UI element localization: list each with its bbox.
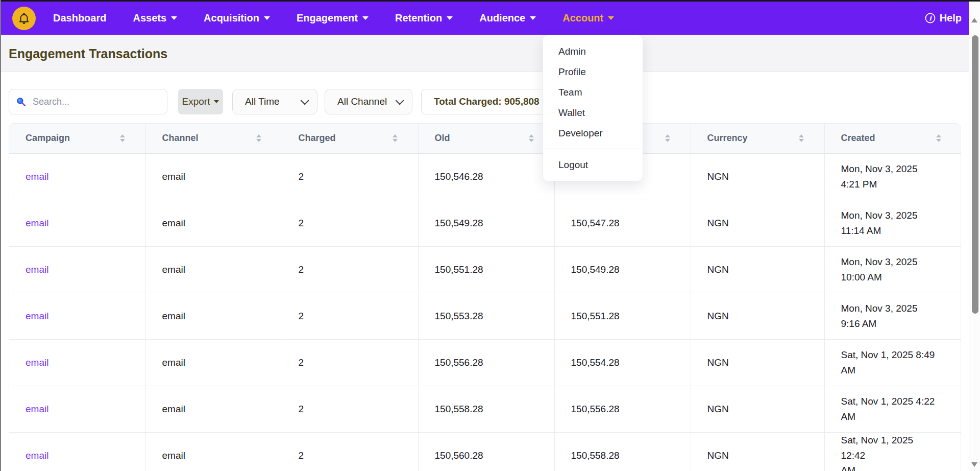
old-balance-cell: 150,549.28: [418, 200, 554, 246]
notifications-bell-button[interactable]: [12, 7, 36, 30]
nav-item-retention[interactable]: Retention: [395, 12, 453, 24]
currency-cell: NGN: [691, 432, 824, 471]
campaign-link[interactable]: email: [26, 311, 48, 321]
bell-icon: [17, 12, 31, 25]
menu-item-wallet[interactable]: Wallet: [543, 103, 643, 123]
time-filter-select[interactable]: All Time: [232, 89, 317, 114]
campaign-link[interactable]: email: [26, 171, 48, 182]
menu-item-logout[interactable]: Logout: [543, 154, 643, 176]
nav-label: Retention: [395, 12, 442, 24]
currency-cell: NGN: [691, 386, 824, 432]
column-header-charged[interactable]: Charged: [282, 124, 418, 153]
export-label: Export: [182, 96, 210, 107]
column-header-currency[interactable]: Currency: [691, 124, 824, 153]
export-button[interactable]: Export: [178, 89, 223, 114]
campaign-cell: email: [9, 386, 145, 432]
campaign-cell: email: [9, 293, 145, 339]
help-link[interactable]: i Help: [925, 12, 962, 24]
window-edge-left: [0, 0, 1, 471]
table-row: email email 2 150,558.28 150,556.28 NGN …: [9, 386, 961, 432]
sort-icon[interactable]: [665, 134, 670, 142]
channel-filter-select[interactable]: All Channel: [325, 89, 412, 114]
campaign-cell: email: [9, 432, 145, 471]
search-icon: [16, 97, 27, 107]
channel-cell: email: [145, 153, 282, 200]
chevron-down-icon: [301, 96, 309, 105]
sort-icon[interactable]: [256, 134, 261, 142]
nav-item-audience[interactable]: Audience: [479, 12, 536, 24]
campaign-link[interactable]: email: [26, 357, 48, 368]
main-nav: Dashboard Assets Acquisition Engagement …: [53, 12, 614, 24]
column-header-channel[interactable]: Channel: [145, 124, 282, 153]
campaign-link[interactable]: email: [26, 218, 48, 228]
created-cell: Mon, Nov 3, 2025 4:21 PM: [824, 153, 961, 200]
table-row: email email 2 150,546.28 150,544.28 NGN …: [9, 153, 961, 200]
menu-item-developer[interactable]: Developer: [543, 123, 643, 144]
sort-icon[interactable]: [120, 134, 125, 142]
search-box: [9, 89, 167, 114]
column-header-campaign[interactable]: Campaign: [9, 124, 145, 153]
charged-cell: 2: [282, 200, 418, 246]
menu-divider: [543, 149, 643, 149]
transactions-table: Campaign Channel Charged Old New Currenc…: [9, 123, 961, 471]
account-dropdown-menu: Admin Profile Team Wallet Developer Logo…: [543, 35, 643, 181]
charged-cell: 2: [282, 246, 418, 293]
sort-icon[interactable]: [393, 134, 398, 142]
nav-item-dashboard[interactable]: Dashboard: [53, 12, 106, 24]
nav-item-engagement[interactable]: Engagement: [297, 12, 369, 24]
column-header-old[interactable]: Old: [418, 124, 554, 153]
menu-item-team[interactable]: Team: [543, 82, 643, 103]
new-balance-cell: 150,547.28: [554, 200, 691, 246]
menu-item-profile[interactable]: Profile: [543, 62, 643, 82]
charged-cell: 2: [282, 293, 418, 339]
charged-cell: 2: [282, 386, 418, 432]
sort-icon[interactable]: [936, 134, 941, 142]
scrollbar-thumb[interactable]: [972, 35, 978, 314]
menu-item-admin[interactable]: Admin: [543, 41, 643, 62]
campaign-cell: email: [9, 200, 145, 246]
nav-label: Dashboard: [53, 12, 106, 24]
campaign-cell: email: [9, 339, 145, 386]
nav-item-acquisition[interactable]: Acquisition: [204, 12, 270, 24]
chevron-down-icon: [171, 16, 177, 20]
campaign-cell: email: [9, 153, 145, 200]
old-balance-cell: 150,553.28: [418, 293, 554, 339]
charged-cell: 2: [282, 339, 418, 386]
new-balance-cell: 150,551.28: [554, 293, 691, 339]
sort-icon[interactable]: [529, 134, 534, 142]
campaign-cell: email: [9, 246, 145, 293]
column-header-created[interactable]: Created: [824, 124, 961, 153]
scroll-up-arrow-icon[interactable]: [971, 18, 977, 22]
chevron-down-icon: [530, 16, 536, 20]
chevron-down-icon: [396, 96, 404, 105]
campaign-link[interactable]: email: [26, 264, 48, 275]
currency-cell: NGN: [691, 153, 824, 200]
currency-cell: NGN: [691, 339, 824, 386]
page-header: Engagement Transactions: [0, 35, 980, 72]
old-balance-cell: 150,551.28: [418, 246, 554, 293]
help-label: Help: [940, 12, 962, 24]
scroll-down-arrow-icon[interactable]: [971, 462, 977, 467]
sort-icon[interactable]: [799, 134, 804, 142]
table-header-row: Campaign Channel Charged Old New Currenc…: [9, 124, 961, 153]
nav-label: Audience: [479, 12, 525, 24]
scrollbar[interactable]: [969, 2, 980, 471]
nav-item-assets[interactable]: Assets: [133, 12, 177, 24]
toolbar: Export All Time All Channel Total Charge…: [0, 89, 980, 114]
campaign-link[interactable]: email: [26, 404, 48, 414]
table-row: email email 2 150,560.28 150,558.28 NGN …: [9, 432, 961, 471]
column-label: Charged: [299, 133, 336, 144]
svg-text:i: i: [929, 14, 932, 22]
nav-label: Engagement: [297, 12, 358, 24]
channel-cell: email: [145, 200, 282, 246]
caret-down-icon: [214, 100, 219, 103]
search-input[interactable]: [32, 96, 167, 108]
old-balance-cell: 150,558.28: [418, 386, 554, 432]
nav-label: Account: [562, 12, 603, 24]
channel-cell: email: [145, 432, 282, 471]
nav-item-account[interactable]: Account: [562, 12, 614, 24]
created-cell: Sat, Nov 1, 2025 4:22 AM: [824, 386, 961, 432]
campaign-link[interactable]: email: [26, 450, 48, 461]
currency-cell: NGN: [691, 293, 824, 339]
currency-cell: NGN: [691, 246, 824, 293]
